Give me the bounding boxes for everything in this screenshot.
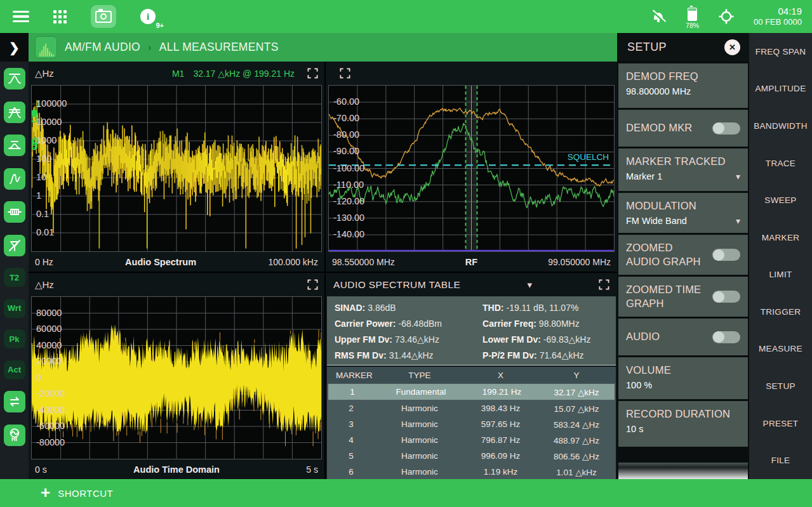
table-row[interactable]: 4Harmonic 796.87 Hz488.97 △Hz	[327, 432, 616, 448]
svg-text:1: 1	[36, 100, 41, 109]
breadcrumb-app[interactable]: AM/FM AUDIO	[65, 41, 140, 54]
instrument-screen: i 9+ 78% 04:19	[0, 0, 812, 507]
table-row[interactable]: 2Harmonic 398.43 Hz15.07 △kHz	[327, 400, 616, 416]
sweep-curve-tool-button[interactable]	[4, 168, 25, 190]
title-bar: ❯ AM/FM AUDIO › ALL MEASUREMENTS SETUP ✕	[0, 33, 812, 62]
measurement-grid: △Hz M132.17 △kHz @ 199.21 Hz 11000001000…	[29, 62, 617, 479]
audio-card[interactable]: AUDIO	[618, 319, 748, 355]
chart-title: RF	[465, 257, 477, 267]
filter-component-tool-button[interactable]	[4, 201, 25, 223]
repeat-sweep-button[interactable]	[4, 391, 25, 412]
oscillator-hi-button[interactable]: HI	[4, 425, 25, 446]
scroll-fade	[618, 463, 748, 479]
fullscreen-icon[interactable]	[340, 68, 350, 79]
zoomed-audio-graph-card[interactable]: ZOOMED AUDIO GRAPH	[618, 235, 748, 275]
notification-badge: 9+	[156, 22, 164, 29]
top-system-bar: i 9+ 78% 04:19	[0, 0, 812, 33]
measurement-app-icon[interactable]	[35, 36, 57, 58]
fullscreen-icon[interactable]	[599, 279, 609, 290]
trace-active-button[interactable]: Act	[4, 360, 25, 379]
chevron-down-icon: ▾	[736, 216, 740, 226]
menu-item-sweep[interactable]: SWEEP	[749, 181, 812, 219]
left-toolbar: T2 Wrt Pk Act HI	[0, 62, 29, 479]
fullscreen-icon[interactable]	[307, 68, 318, 79]
menu-item-amplitude[interactable]: AMPLITUDE	[749, 70, 812, 108]
clock: 04:19 00 FEB 0000	[754, 6, 802, 28]
modulation-card[interactable]: MODULATION FM Wide Band▾	[618, 193, 748, 233]
rf-spectrum-plot[interactable]: SQUELCH -60.00-70.00-80.00-90.00-100.00-…	[328, 85, 615, 252]
menu-item-limit[interactable]: LIMIT	[749, 256, 812, 293]
zoomed-time-graph-card[interactable]: ZOOMED TIME GRAPH	[618, 277, 748, 317]
trace-2-button[interactable]: T2	[4, 268, 25, 287]
fullscreen-icon[interactable]	[307, 279, 318, 290]
marker-tracked-card[interactable]: MARKER TRACKED Marker 1▾	[618, 148, 748, 191]
demod-freq-card[interactable]: DEMOD FREQ 98.800000 MHz	[618, 63, 748, 108]
trace-peak-button[interactable]: Pk	[4, 329, 25, 348]
gps-icon	[718, 8, 735, 25]
table-row[interactable]: 1Fundamental 199.21 Hz32.17 △kHz	[328, 384, 615, 400]
spectrum-tool-button[interactable]	[4, 102, 25, 123]
date: 00 FEB 0000	[754, 17, 802, 27]
x-min-label: 0 s	[35, 464, 47, 475]
antenna-off-tool-button[interactable]	[4, 235, 25, 256]
zoomed-time-graph-toggle[interactable]	[712, 291, 740, 303]
info-icon: i	[140, 9, 156, 24]
volume-card[interactable]: VOLUME 100 %	[618, 357, 748, 399]
menu-item-freq-span[interactable]: FREQ SPAN	[749, 33, 812, 70]
breadcrumb-separator-icon: ›	[148, 41, 152, 54]
table-row[interactable]: 6Harmonic 1.19 kHz1.01 △kHz	[327, 464, 616, 480]
menu-item-measure[interactable]: MEASURE	[749, 331, 812, 368]
menu-item-trigger[interactable]: TRIGGER	[749, 293, 812, 331]
camera-icon	[95, 11, 112, 23]
trace-write-button[interactable]: Wrt	[4, 299, 25, 318]
bell-muted-icon	[650, 10, 667, 23]
peak-marker-tool-button[interactable]	[4, 135, 25, 156]
battery-indicator: 78%	[686, 8, 699, 29]
table-row[interactable]: 3Harmonic 597.65 Hz583.24 △Hz	[327, 416, 616, 432]
measurement-stats: SINAD:3.86dB THD:-19.11 dB, 11.07% Carri…	[327, 296, 616, 365]
chevron-down-icon: ▾	[736, 171, 740, 181]
stat-carrier-freq: Carrier Freq:98.80MHz	[475, 317, 616, 331]
breadcrumb: AM/FM AUDIO › ALL MEASUREMENTS	[29, 33, 617, 62]
x-max-label: 100.000 kHz	[268, 257, 318, 267]
menu-item-trace[interactable]: TRACE	[749, 145, 812, 182]
marker-table: MARKERTYPE XY 1Fundamental 199.21 Hz32.1…	[327, 367, 616, 480]
audio-spectrum-plot[interactable]: 11000001000010001001010.10.01	[31, 85, 322, 252]
rf-spectrum-panel: SQUELCH -60.00-70.00-80.00-90.00-100.00-…	[326, 62, 617, 272]
screenshot-camera-button[interactable]	[91, 5, 116, 28]
menu-icon[interactable]	[13, 11, 29, 22]
peak-limit-tool-button[interactable]	[4, 68, 25, 89]
menu-item-marker[interactable]: MARKER	[749, 219, 812, 256]
demod-mkr-toggle[interactable]	[712, 122, 740, 135]
demod-mkr-card[interactable]: DEMOD MKR	[618, 110, 748, 147]
shortcut-bar: + SHORTCUT	[0, 479, 812, 507]
stat-rms-fm-dv: RMS FM Dv:31.44△kHz	[327, 348, 475, 362]
audio-time-plot[interactable]: 800006000040000200000-20000-40000-60000-…	[31, 296, 322, 459]
zoomed-audio-graph-toggle[interactable]	[712, 249, 740, 261]
main-menu: FREQ SPAN AMPLITUDE BANDWIDTH TRACE SWEE…	[749, 33, 812, 479]
marker-table-header: MARKERTYPE XY	[327, 367, 616, 383]
chevron-down-icon[interactable]: ▾	[527, 279, 532, 291]
time: 04:19	[778, 6, 802, 18]
battery-icon	[688, 8, 697, 21]
stat-thd: THD:-19.11 dB, 11.07%	[475, 301, 616, 315]
menu-item-file[interactable]: FILE	[749, 442, 812, 479]
breadcrumb-page[interactable]: ALL MEASUREMENTS	[159, 41, 279, 54]
stat-upper-fm-dv: Upper FM Dv:73.46△kHz	[327, 333, 475, 346]
menu-item-bandwidth[interactable]: BANDWIDTH	[749, 107, 812, 145]
table-row[interactable]: 5Harmonic 996.09 Hz806.56 △Hz	[327, 448, 616, 464]
sidebar-expand-button[interactable]: ❯	[0, 33, 29, 62]
record-duration-card[interactable]: RECORD DURATION 10 s	[618, 401, 748, 447]
setup-panel-title: SETUP	[627, 41, 667, 54]
stat-lower-fm-dv: Lower FM Dv:-69.83△kHz	[475, 333, 616, 346]
audio-toggle[interactable]	[712, 331, 740, 343]
menu-item-setup[interactable]: SETUP	[749, 367, 812, 405]
menu-item-preset[interactable]: PRESET	[749, 405, 812, 442]
notifications-info-button[interactable]: i 9+	[140, 9, 156, 24]
setup-panel: DEMOD FREQ 98.800000 MHz DEMOD MKR MARKE…	[617, 62, 749, 479]
chart-title: Audio Time Domain	[133, 464, 220, 475]
apps-grid-icon[interactable]	[53, 10, 67, 23]
x-max-label: 5 s	[306, 464, 318, 475]
add-shortcut-button[interactable]: + SHORTCUT	[41, 486, 113, 501]
close-icon[interactable]: ✕	[724, 39, 740, 55]
